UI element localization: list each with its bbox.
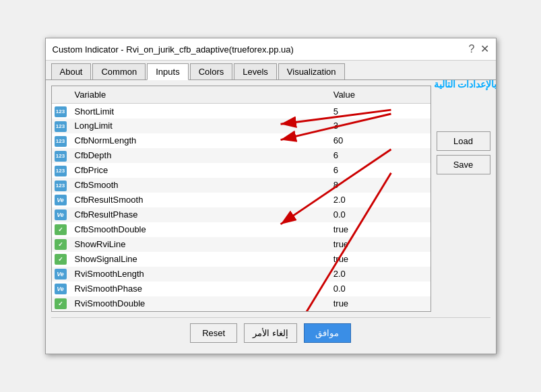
- tab-levels[interactable]: Levels: [234, 63, 277, 79]
- row-icon: Ve: [52, 282, 69, 296]
- annotation-text: بالإعدادات التالية: [434, 79, 497, 90]
- row-value[interactable]: 0.0: [328, 207, 431, 222]
- title-bar-controls: ? ✕: [469, 44, 489, 55]
- tab-visualization[interactable]: Visualization: [278, 63, 345, 79]
- row-variable-name: ShowSignalLine: [69, 252, 328, 267]
- row-value[interactable]: 60: [328, 133, 431, 148]
- table-row[interactable]: ✓CfbSmoothDoubletrue: [52, 222, 431, 237]
- row-icon: ✓: [52, 222, 69, 237]
- row-variable-name: RviSmoothPhase: [69, 282, 328, 296]
- row-icon: 123: [52, 133, 69, 148]
- save-button[interactable]: Save: [437, 155, 490, 174]
- row-variable-name: CfbResultPhase: [69, 207, 328, 222]
- window-title: Custom Indicator - Rvi_on_jurik_cfb_adap…: [53, 44, 294, 55]
- title-bar: Custom Indicator - Rvi_on_jurik_cfb_adap…: [46, 38, 496, 61]
- row-variable-name: RviSmoothLength: [69, 267, 328, 282]
- row-variable-name: CfbPrice: [69, 163, 328, 178]
- table-row[interactable]: 123CfbSmooth8: [52, 178, 431, 193]
- row-icon: 123: [52, 119, 69, 133]
- table-row[interactable]: 123CfbDepth6: [52, 148, 431, 163]
- table-row[interactable]: 123ShortLimit5: [52, 104, 431, 119]
- row-value[interactable]: true: [328, 222, 431, 237]
- table-row[interactable]: 123LongLimit3: [52, 119, 431, 133]
- row-icon: Ve: [52, 207, 69, 222]
- row-icon: ✓: [52, 296, 69, 311]
- row-icon: ✓: [52, 252, 69, 267]
- row-value[interactable]: true: [328, 252, 431, 267]
- help-button[interactable]: ?: [469, 44, 475, 55]
- col-variable-header: Variable: [69, 86, 328, 104]
- row-value[interactable]: 8: [328, 178, 431, 193]
- row-icon: 123: [52, 163, 69, 178]
- row-icon: 123: [52, 178, 69, 193]
- side-panel: بالإعدادات التالية Load Save: [437, 86, 490, 312]
- dialog: Custom Indicator - Rvi_on_jurik_cfb_adap…: [45, 38, 497, 354]
- row-value[interactable]: true: [328, 296, 431, 311]
- col-icon-header: [52, 86, 69, 104]
- row-value[interactable]: 0.0: [328, 282, 431, 296]
- table-row[interactable]: VeRviSmoothPhase0.0: [52, 282, 431, 296]
- row-icon: Ve: [52, 267, 69, 282]
- ok-button[interactable]: موافق: [304, 323, 351, 343]
- row-icon: Ve: [52, 193, 69, 207]
- table-row[interactable]: ✓ShowSignalLinetrue: [52, 252, 431, 267]
- row-variable-name: RviSmoothDouble: [69, 296, 328, 311]
- row-variable-name: CfbSmooth: [69, 178, 328, 193]
- row-variable-name: ShowRviLine: [69, 237, 328, 252]
- content-area: Variable Value 123ShortLimit5123LongLimi…: [46, 80, 496, 354]
- variables-table-container: Variable Value 123ShortLimit5123LongLimi…: [51, 86, 431, 312]
- row-value[interactable]: 5: [328, 104, 431, 119]
- row-value[interactable]: 2.0: [328, 193, 431, 207]
- col-value-header: Value: [328, 86, 431, 104]
- reset-button[interactable]: Reset: [190, 323, 237, 343]
- row-variable-name: CfbDepth: [69, 148, 328, 163]
- table-row[interactable]: ✓ShowRviLinetrue: [52, 237, 431, 252]
- tab-colors[interactable]: Colors: [190, 63, 233, 79]
- table-row[interactable]: ✓RviSmoothDoubletrue: [52, 296, 431, 311]
- cancel-button[interactable]: إلغاء الأمر: [244, 323, 297, 343]
- close-button[interactable]: ✕: [480, 44, 489, 55]
- variables-table: Variable Value 123ShortLimit5123LongLimi…: [52, 86, 431, 311]
- row-variable-name: CfbSmoothDouble: [69, 222, 328, 237]
- row-value[interactable]: 6: [328, 163, 431, 178]
- row-value[interactable]: 6: [328, 148, 431, 163]
- row-value[interactable]: true: [328, 237, 431, 252]
- tabs: About Common Inputs Colors Levels Visual…: [46, 61, 496, 80]
- row-value[interactable]: 3: [328, 119, 431, 133]
- row-variable-name: LongLimit: [69, 119, 328, 133]
- table-row[interactable]: 123CfbNormLength60: [52, 133, 431, 148]
- table-row[interactable]: VeRviSmoothLength2.0: [52, 267, 431, 282]
- row-icon: 123: [52, 148, 69, 163]
- row-value[interactable]: 2.0: [328, 267, 431, 282]
- table-row[interactable]: VeCfbResultSmooth2.0: [52, 193, 431, 207]
- row-icon: 123: [52, 104, 69, 119]
- tab-common[interactable]: Common: [92, 63, 146, 79]
- load-button[interactable]: Load: [437, 131, 490, 151]
- table-row[interactable]: 123CfbPrice6: [52, 163, 431, 178]
- main-area: Variable Value 123ShortLimit5123LongLimi…: [51, 86, 490, 312]
- bottom-bar: Reset إلغاء الأمر موافق: [51, 317, 490, 348]
- row-variable-name: ShortLimit: [69, 104, 328, 119]
- row-variable-name: CfbResultSmooth: [69, 193, 328, 207]
- row-icon: ✓: [52, 237, 69, 252]
- table-row[interactable]: VeCfbResultPhase0.0: [52, 207, 431, 222]
- row-variable-name: CfbNormLength: [69, 133, 328, 148]
- tab-inputs[interactable]: Inputs: [147, 63, 188, 80]
- tab-about[interactable]: About: [51, 63, 92, 79]
